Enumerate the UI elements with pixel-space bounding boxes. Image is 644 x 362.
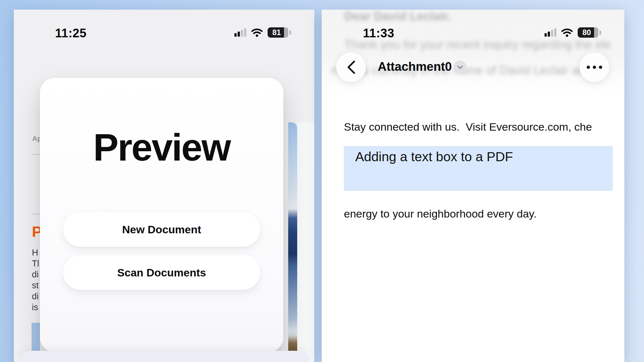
blurred-pdf-line: Dear David Leclair.	[344, 10, 451, 23]
wifi-icon	[561, 28, 573, 37]
pdf-annotation-text: Adding a text box to a PDF	[344, 146, 613, 164]
preview-title: Preview	[40, 125, 283, 169]
chevron-down-icon	[457, 65, 463, 70]
beach-photo-thumbnail	[288, 122, 297, 362]
battery-nub	[289, 31, 291, 35]
pdf-annotation-text-box[interactable]: Adding a text box to a PDF	[344, 146, 613, 191]
battery-icon: 80	[578, 27, 598, 38]
battery-percent: 81	[272, 28, 281, 37]
background-page-margin	[297, 122, 314, 362]
battery-nub	[600, 31, 601, 35]
preview-modal-card: Preview New Document Scan Documents	[40, 78, 283, 352]
attachment-title: Attachment0	[378, 60, 452, 74]
status-time: 11:33	[363, 26, 394, 40]
new-document-button[interactable]: New Document	[63, 212, 260, 247]
background-page-body-truncated: H Tl di st di is	[32, 247, 39, 313]
ellipsis-icon	[587, 66, 602, 69]
more-options-button[interactable]	[580, 52, 609, 82]
status-icons: 80	[545, 27, 601, 38]
cellular-signal-icon	[545, 28, 556, 37]
cellular-signal-icon	[234, 28, 246, 37]
bottom-sheet-top-edge	[19, 351, 309, 362]
left-screenshot-preview-app: 11:25 81 Ap P H Tl di st di is	[14, 10, 314, 362]
chevron-left-icon	[346, 60, 356, 74]
two-screenshot-composite: 11:25 81 Ap P H Tl di st di is	[0, 0, 644, 362]
status-icons: 81	[234, 27, 291, 38]
title-dropdown-button[interactable]	[453, 60, 467, 74]
battery-percent: 80	[582, 28, 591, 37]
status-time: 11:25	[55, 26, 87, 40]
right-screenshot-pdf-viewer: Dear David Leclair. Thank you for your r…	[322, 10, 624, 362]
wifi-icon	[251, 28, 263, 37]
scan-documents-button[interactable]: Scan Documents	[63, 255, 260, 290]
back-button[interactable]	[336, 52, 366, 82]
battery-icon: 81	[268, 27, 288, 38]
